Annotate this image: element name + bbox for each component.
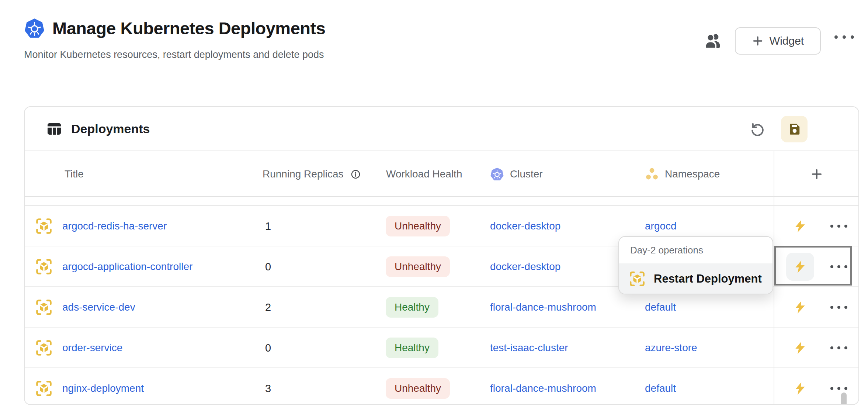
namespace-link[interactable]: default bbox=[645, 383, 676, 394]
plus-icon bbox=[810, 168, 823, 180]
deployment-icon bbox=[629, 270, 646, 287]
deployment-title-link[interactable]: argocd-redis-ha-server bbox=[62, 220, 167, 232]
widget-card-header: Deployments bbox=[25, 107, 858, 151]
replicas-value: 3 bbox=[265, 368, 271, 405]
column-header-health[interactable]: Workload Health bbox=[386, 151, 462, 197]
kubernetes-icon bbox=[24, 18, 45, 39]
lightning-icon bbox=[794, 341, 807, 355]
page-header: Manage Kubernetes Deployments Monitor Ku… bbox=[24, 18, 325, 60]
health-badge: Unhealthy bbox=[386, 216, 450, 236]
replicas-value: 2 bbox=[265, 287, 271, 328]
add-column-button[interactable] bbox=[774, 151, 859, 197]
replicas-value: 0 bbox=[265, 246, 271, 287]
run-action-button[interactable] bbox=[786, 374, 814, 402]
add-widget-button[interactable]: Widget bbox=[735, 27, 821, 55]
deployment-icon bbox=[35, 339, 53, 357]
plus-icon bbox=[752, 35, 764, 47]
cluster-link[interactable]: floral-dance-mushroom bbox=[490, 301, 596, 313]
page-more-menu[interactable] bbox=[834, 35, 854, 39]
app-screen: Manage Kubernetes Deployments Monitor Ku… bbox=[0, 0, 868, 408]
replicas-value: 0 bbox=[265, 328, 271, 368]
cluster-link[interactable]: test-isaac-cluster bbox=[490, 342, 568, 354]
row-more-menu[interactable] bbox=[830, 306, 847, 309]
column-header-replicas[interactable]: Running Replicas bbox=[263, 151, 361, 197]
restart-deployment-label: Restart Deployment bbox=[654, 272, 762, 286]
actions-column-divider bbox=[774, 151, 774, 404]
row-more-menu[interactable] bbox=[830, 225, 847, 228]
row-more-menu[interactable] bbox=[830, 387, 847, 390]
namespace-link[interactable]: default bbox=[645, 301, 676, 313]
deployment-icon bbox=[35, 217, 53, 235]
namespace-link[interactable]: argocd bbox=[645, 220, 677, 232]
info-icon bbox=[351, 169, 361, 179]
deployment-icon bbox=[35, 258, 53, 276]
day2-operations-popup: Day-2 operations Restart Deployment bbox=[618, 236, 773, 294]
lightning-icon bbox=[794, 301, 807, 314]
deployment-icon bbox=[35, 380, 53, 397]
health-badge: Healthy bbox=[386, 297, 438, 318]
deployment-title-link[interactable]: argocd-application-controller bbox=[62, 261, 192, 273]
column-header-title[interactable]: Title bbox=[65, 151, 84, 197]
run-action-button[interactable] bbox=[786, 253, 814, 281]
run-action-button[interactable] bbox=[786, 334, 814, 362]
add-widget-label: Widget bbox=[770, 35, 804, 47]
popup-header: Day-2 operations bbox=[619, 237, 772, 263]
lightning-icon bbox=[794, 260, 807, 273]
lightning-icon bbox=[794, 219, 807, 233]
deployment-title-link[interactable]: nginx-deployment bbox=[62, 383, 144, 394]
table-row: order-service 0 Healthy test-isaac-clust… bbox=[25, 328, 858, 368]
deployment-icon bbox=[35, 298, 53, 316]
namespace-link[interactable]: azure-store bbox=[645, 342, 697, 354]
replicas-value: 1 bbox=[265, 206, 271, 246]
column-header-cluster[interactable]: Cluster bbox=[490, 151, 543, 197]
restart-deployment-menu-item[interactable]: Restart Deployment bbox=[619, 263, 772, 294]
vertical-scrollbar[interactable] bbox=[841, 393, 847, 404]
lightning-icon bbox=[794, 382, 807, 395]
health-badge: Unhealthy bbox=[386, 378, 450, 399]
deployment-title-link[interactable]: ads-service-dev bbox=[62, 301, 135, 313]
page-subtitle: Monitor Kubernetes resources, restart de… bbox=[24, 49, 325, 60]
row-more-menu[interactable] bbox=[830, 265, 847, 268]
cluster-link[interactable]: floral-dance-mushroom bbox=[490, 383, 596, 394]
table-header-row: Title Running Replicas Workload Health C… bbox=[25, 151, 858, 197]
partially-scrolled-row bbox=[25, 197, 858, 206]
save-button[interactable] bbox=[781, 116, 808, 142]
row-more-menu[interactable] bbox=[830, 346, 847, 349]
health-badge: Healthy bbox=[386, 338, 438, 358]
widget-title: Deployments bbox=[71, 122, 150, 136]
cluster-link[interactable]: docker-desktop bbox=[490, 261, 560, 273]
column-header-namespace[interactable]: Namespace bbox=[645, 151, 720, 197]
people-icon[interactable] bbox=[705, 33, 722, 49]
table-icon bbox=[47, 121, 62, 136]
header-actions: Widget bbox=[705, 27, 821, 55]
run-action-button[interactable] bbox=[786, 212, 814, 240]
save-icon bbox=[787, 122, 801, 136]
deployment-title-link[interactable]: order-service bbox=[62, 342, 122, 354]
run-action-button[interactable] bbox=[786, 293, 814, 321]
page-title: Manage Kubernetes Deployments bbox=[52, 18, 325, 38]
cluster-link[interactable]: docker-desktop bbox=[490, 220, 560, 232]
table-row: nginx-deployment 3 Unhealthy floral-danc… bbox=[25, 368, 858, 405]
cluster-icon bbox=[490, 167, 504, 181]
namespace-icon bbox=[645, 167, 659, 181]
undo-icon[interactable] bbox=[751, 122, 765, 136]
health-badge: Unhealthy bbox=[386, 256, 450, 277]
